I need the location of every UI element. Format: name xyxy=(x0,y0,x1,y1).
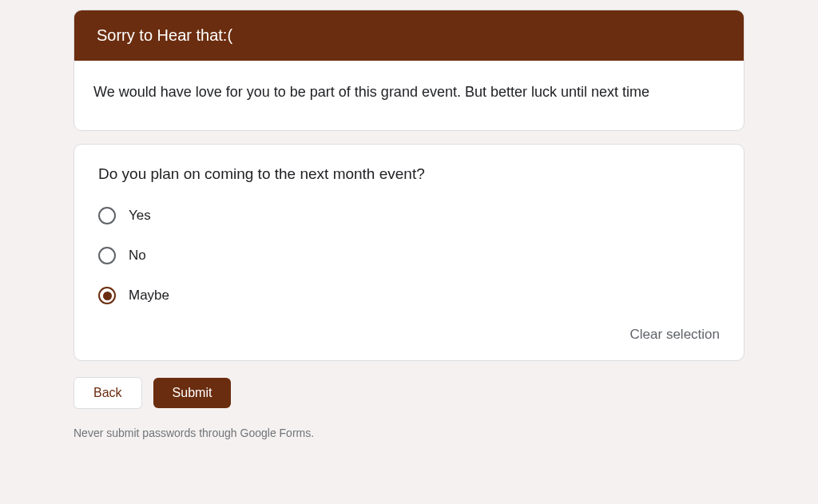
radio-label: Yes xyxy=(129,208,151,224)
question-card: Do you plan on coming to the next month … xyxy=(73,144,745,361)
radio-icon xyxy=(98,207,116,224)
radio-label: No xyxy=(129,248,146,264)
radio-option-maybe[interactable]: Maybe xyxy=(98,287,720,304)
button-row: Back Submit xyxy=(73,377,745,409)
radio-group: Yes No Maybe xyxy=(98,207,720,304)
question-title: Do you plan on coming to the next month … xyxy=(98,165,720,183)
clear-selection-link[interactable]: Clear selection xyxy=(98,327,720,343)
radio-option-no[interactable]: No xyxy=(98,247,720,264)
back-button[interactable]: Back xyxy=(73,377,142,409)
submit-button[interactable]: Submit xyxy=(153,378,232,408)
radio-label: Maybe xyxy=(129,288,169,304)
radio-icon-selected xyxy=(98,287,116,304)
form-header-card: Sorry to Hear that:( We would have love … xyxy=(73,10,745,131)
footer-warning: Never submit passwords through Google Fo… xyxy=(73,427,745,439)
radio-option-yes[interactable]: Yes xyxy=(98,207,720,224)
form-description: We would have love for you to be part of… xyxy=(74,61,744,130)
radio-icon xyxy=(98,247,116,264)
form-title: Sorry to Hear that:( xyxy=(74,10,744,61)
